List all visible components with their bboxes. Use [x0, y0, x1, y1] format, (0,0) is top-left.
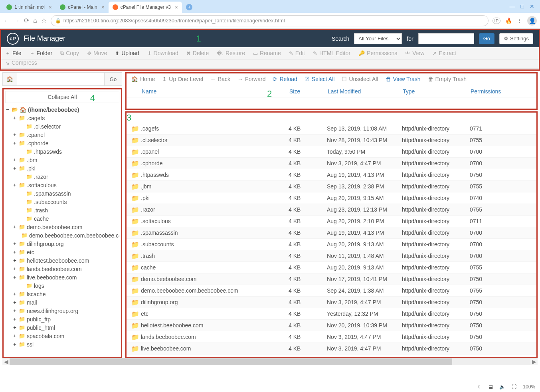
- file-row[interactable]: 📁.razor4 KBAug 23, 2019, 12:13 PMhttpd/u…: [127, 204, 536, 216]
- star-icon[interactable]: ☆: [41, 17, 47, 24]
- reload-icon[interactable]: ⟳: [24, 17, 29, 24]
- tree-item[interactable]: +📁.jbm: [5, 156, 119, 164]
- tree-item[interactable]: 📁logs: [5, 281, 119, 290]
- tree-item[interactable]: +📁live.beeboobee.com: [5, 273, 119, 281]
- upload-button[interactable]: ⬆Upload: [115, 50, 139, 56]
- browser-tab-active[interactable]: cPanel File Manager v3 ×: [109, 2, 182, 13]
- ip-badge-icon[interactable]: IP: [493, 18, 500, 24]
- col-header-type[interactable]: Type: [403, 88, 471, 95]
- new-tab-button[interactable]: +: [182, 2, 196, 13]
- url-field[interactable]: 🔒 https://h216100.tino.org:2083/cpsess45…: [51, 15, 489, 26]
- tree-item[interactable]: +📁spacobala.com: [5, 332, 119, 340]
- close-icon[interactable]: ×: [175, 4, 178, 10]
- expand-icon[interactable]: +: [12, 115, 17, 121]
- file-row[interactable]: 📁.cphorde4 KBNov 3, 2019, 4:47 PMhttpd/u…: [127, 158, 536, 169]
- file-row[interactable]: 📁logs4 KBToday, 7:17 PMhttpd/unix-direct…: [127, 354, 536, 358]
- tree-item[interactable]: +📁.cpanel: [5, 131, 119, 139]
- profile-avatar-icon[interactable]: 👤: [527, 16, 537, 26]
- expand-icon[interactable]: +: [12, 308, 17, 314]
- file-row[interactable]: 📁demo.beeboobee.com4 KBNov 17, 2019, 10:…: [127, 273, 536, 285]
- file-row[interactable]: 📁demo.beeboobee.com.beeboobee.com4 KBSep…: [127, 285, 536, 297]
- tree-item[interactable]: +📁hellotest.beeboobee.com: [5, 256, 119, 265]
- horizontal-scrollbar[interactable]: ◀ ▶: [2, 358, 538, 365]
- close-icon[interactable]: ×: [101, 4, 105, 10]
- rename-button[interactable]: ▭Rename: [253, 50, 281, 56]
- tree-item[interactable]: +📁.pki: [5, 164, 119, 172]
- download-button[interactable]: ⬇Download: [147, 50, 178, 56]
- kebab-menu-icon[interactable]: ⋮: [517, 18, 522, 24]
- window-minimize-icon[interactable]: —: [510, 3, 515, 10]
- file-row[interactable]: 📁dilinhgroup.org4 KBNov 3, 2019, 4:47 PM…: [127, 297, 536, 308]
- file-row[interactable]: 📁.jbm4 KBSep 13, 2019, 2:38 PMhttpd/unix…: [127, 181, 536, 192]
- speaker-icon[interactable]: 🔈: [499, 384, 505, 390]
- tree-item[interactable]: +📁public_html: [5, 323, 119, 332]
- window-close-icon[interactable]: ✕: [530, 3, 534, 10]
- expand-icon[interactable]: +: [12, 249, 17, 255]
- tree-root[interactable]: − 📂 🏠 (/home/beeboobee): [5, 105, 119, 114]
- file-row[interactable]: 📁.htpasswds4 KBAug 19, 2019, 4:13 PMhttp…: [127, 169, 536, 181]
- tree-item[interactable]: 📁.trash: [5, 206, 119, 214]
- col-header-modified[interactable]: Last Modified: [328, 88, 403, 95]
- expand-icon[interactable]: +: [12, 241, 17, 247]
- expand-icon[interactable]: +: [12, 316, 17, 322]
- scroll-thumb[interactable]: [10, 358, 452, 365]
- file-row[interactable]: 📁.pki4 KBAug 20, 2019, 9:15 AMhttpd/unix…: [127, 192, 536, 204]
- home-button[interactable]: 🏠Home: [131, 76, 155, 82]
- tree-item[interactable]: +📁public_ftp: [5, 315, 119, 323]
- expand-icon[interactable]: +: [12, 165, 17, 171]
- file-row[interactable]: 📁.spamassassin4 KBAug 19, 2019, 4:13 PMh…: [127, 227, 536, 239]
- expand-icon[interactable]: +: [12, 132, 17, 138]
- browser-tab[interactable]: 1 tin nhắn mới ×: [2, 2, 56, 13]
- file-row[interactable]: 📁.cagefs4 KBSep 13, 2019, 11:08 AMhttpd/…: [127, 123, 536, 135]
- select-all-button[interactable]: ☑Select All: [305, 76, 335, 82]
- compress-button[interactable]: ↘Compress: [5, 59, 37, 66]
- edit-button[interactable]: ✎Edit: [289, 50, 305, 56]
- zoom-level[interactable]: 100%: [523, 384, 535, 390]
- expand-icon[interactable]: +: [12, 299, 17, 305]
- go-button[interactable]: Go: [479, 33, 495, 44]
- tree-item[interactable]: +📁.cagefs: [5, 114, 119, 122]
- tree-item[interactable]: 📁.htpasswds: [5, 147, 119, 156]
- up-level-button[interactable]: ↥Up One Level: [162, 76, 203, 82]
- window-maximize-icon[interactable]: □: [521, 3, 524, 10]
- close-icon[interactable]: ×: [49, 4, 52, 10]
- file-row[interactable]: 📁live.beeboobee.com4 KBNov 3, 2019, 4:47…: [127, 343, 536, 354]
- back-button[interactable]: ←Back: [210, 76, 230, 82]
- download-status-icon[interactable]: ⬓: [489, 384, 493, 390]
- forward-button[interactable]: →Forward: [237, 76, 265, 82]
- home-icon[interactable]: ⌂: [33, 17, 37, 24]
- expand-icon[interactable]: +: [12, 266, 17, 272]
- tree-item[interactable]: 📁.cl.selector: [5, 122, 119, 131]
- view-button[interactable]: 👁View: [405, 50, 424, 56]
- expand-icon[interactable]: +: [12, 341, 17, 347]
- file-row[interactable]: 📁.subaccounts4 KBAug 20, 2019, 9:13 AMht…: [127, 239, 536, 250]
- move-button[interactable]: ✥Move: [87, 50, 107, 56]
- scroll-track[interactable]: [10, 358, 530, 365]
- view-trash-button[interactable]: 🗑View Trash: [386, 76, 421, 82]
- expand-icon[interactable]: +: [12, 333, 17, 339]
- expand-icon[interactable]: +: [12, 325, 17, 331]
- tree-item[interactable]: +📁etc: [5, 248, 119, 256]
- expand-icon[interactable]: +: [12, 224, 17, 230]
- tree-item[interactable]: +📁lscache: [5, 290, 119, 298]
- file-row[interactable]: 📁cache4 KBAug 20, 2019, 9:13 AMhttpd/uni…: [127, 262, 536, 273]
- expand-icon[interactable]: +: [12, 274, 17, 280]
- file-row[interactable]: 📁lands.beeboobee.com4 KBNov 3, 2019, 4:4…: [127, 331, 536, 343]
- settings-button[interactable]: ⚙Settings: [499, 33, 533, 44]
- tree-item[interactable]: 📁demo.beeboobee.com.beeboobee.co: [5, 231, 119, 240]
- file-row[interactable]: 📁hellotest.beeboobee.com4 KBNov 20, 2019…: [127, 320, 536, 331]
- tree-item[interactable]: 📁.spamassassin: [5, 189, 119, 198]
- extract-button[interactable]: ↗Extract: [432, 50, 456, 56]
- col-header-size[interactable]: Size: [289, 88, 328, 95]
- col-header-permissions[interactable]: Permissions: [471, 88, 506, 95]
- path-go-button[interactable]: Go: [104, 73, 122, 85]
- fullscreen-icon[interactable]: ⛶: [512, 384, 516, 390]
- tree-item[interactable]: 📁.subaccounts: [5, 198, 119, 206]
- file-row[interactable]: 📁etc4 KBYesterday, 12:32 PMhttpd/unix-di…: [127, 308, 536, 320]
- expand-icon[interactable]: +: [12, 291, 17, 297]
- restore-button[interactable]: �.Restore: [217, 50, 245, 56]
- tree-item[interactable]: 📁.razor: [5, 172, 119, 181]
- search-scope-select[interactable]: All Your Files: [354, 33, 402, 44]
- tree-item[interactable]: +📁mail: [5, 298, 119, 307]
- new-folder-button[interactable]: ＋Folder: [30, 49, 53, 57]
